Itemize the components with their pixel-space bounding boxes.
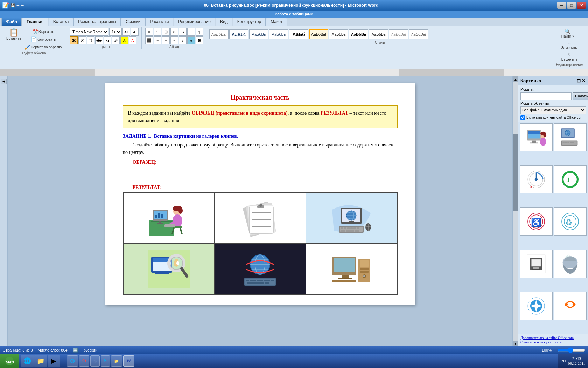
tab-mailings[interactable]: Рассылки [145, 18, 173, 26]
subscript-button[interactable]: x₂ [104, 36, 111, 44]
clipart-search-button[interactable]: Начать [573, 92, 588, 100]
clipart-thumb-4[interactable]: i [554, 165, 587, 193]
numbering-button[interactable]: 1. [154, 28, 161, 36]
taskbar-explorer-icon[interactable]: 📁 [34, 355, 47, 367]
align-right-button[interactable]: ≡ [162, 36, 170, 44]
clipart-thumb-10[interactable] [554, 292, 587, 320]
tab-layout2[interactable]: Макет [266, 18, 287, 26]
quick-access[interactable]: 💾 ↩ ↪ [10, 3, 24, 8]
tab-view[interactable]: Вид [216, 18, 232, 26]
highlight-button[interactable]: A [120, 36, 128, 44]
selection-marker[interactable]: ◀ [1, 79, 7, 84]
style-heading3[interactable]: АаБбВв [269, 29, 288, 39]
show-formatting-button[interactable]: ¶ [196, 28, 203, 36]
clipart-thumb-9[interactable] [520, 292, 553, 320]
align-center-button[interactable]: ≡ [154, 36, 161, 44]
style-highlighted[interactable]: АаБбВвI [209, 29, 229, 39]
select-button[interactable]: ↖ Выделить [560, 51, 579, 62]
multilevel-list-button[interactable]: ⊞ [162, 28, 170, 36]
font-grow-button[interactable]: A+ [122, 28, 130, 36]
taskbar-app-skype[interactable]: S [101, 355, 110, 367]
superscript-button[interactable]: x² [112, 36, 120, 44]
search-row: Начать [520, 92, 586, 100]
minimize-button[interactable]: ─ [557, 2, 566, 9]
cut-button[interactable]: ✂️ Вырезать [23, 28, 63, 35]
taskbar-app-explorer[interactable]: 📁 [111, 355, 122, 367]
replace-button[interactable]: ↔ Заменить [560, 40, 579, 50]
taskbar-app-word[interactable]: W [123, 355, 134, 367]
style-subtle-em[interactable]: АаБбВвI [389, 29, 408, 39]
table-cell-4 [123, 244, 215, 294]
zoom-slider[interactable] [557, 348, 585, 353]
tab-refs[interactable]: Ссылки [121, 18, 145, 26]
spell-check-icon[interactable]: 🔤 [73, 348, 78, 353]
bullets-button[interactable]: ≡ [145, 28, 153, 36]
style-no-spacing[interactable]: АаБбВв [369, 29, 388, 39]
office-link[interactable]: Дополнительно на сайте Office.com [520, 336, 586, 340]
font-name-select[interactable]: Times New Roman [70, 28, 108, 36]
tab-insert[interactable]: Вставка [49, 18, 74, 26]
clipart-thumb-7[interactable] [520, 250, 553, 278]
sort-button[interactable]: ↕ [187, 28, 195, 36]
clipart-thumb-3[interactable]: ✈ [520, 165, 553, 193]
font-color-button[interactable]: A [129, 36, 136, 44]
scroll-thumb[interactable] [513, 134, 518, 211]
clipart-thumb-2[interactable] [554, 123, 587, 151]
taskbar-app-ie[interactable]: 🌐 [67, 355, 78, 367]
italic-button[interactable]: К [78, 36, 86, 44]
panel-detach-button[interactable]: ⊟ [577, 78, 581, 83]
find-button[interactable]: 🔍 Найти ▾ [560, 28, 575, 39]
tab-file[interactable]: Файл [1, 18, 22, 26]
justify-button[interactable]: ≡ [170, 36, 178, 44]
paste-button[interactable]: 📋 Вставить [5, 28, 22, 41]
start-button[interactable]: Start [0, 354, 19, 368]
tab-layout[interactable]: Разметка страницы [74, 18, 121, 26]
tab-constructor[interactable]: Конструктор [233, 18, 266, 26]
svg-line-21 [180, 228, 182, 234]
close-button[interactable]: ✕ [577, 2, 586, 9]
clipart-thumb-6[interactable]: ♻ [554, 207, 587, 236]
font-shrink-button[interactable]: A- [131, 28, 139, 36]
tab-home[interactable]: Главная [22, 18, 48, 26]
clipart-thumb-5[interactable]: ♿ [520, 207, 553, 236]
style-heading2[interactable]: АаБбВв [249, 29, 268, 39]
scroll-down-arrow[interactable]: ▼ [513, 341, 518, 346]
style-heading1[interactable]: АаБб1 [229, 29, 248, 39]
search-tips-link[interactable]: Советы по поиску картинок [520, 340, 586, 344]
underline-button[interactable]: Ч [87, 36, 94, 44]
document-area[interactable]: Практическая часть В каждом задании вы н… [8, 76, 512, 346]
taskbar-app-opera[interactable]: O [79, 355, 89, 367]
style-title[interactable]: АаБб [289, 29, 308, 39]
strikethrough-button[interactable]: abe [95, 36, 103, 44]
clipart-thumb-8[interactable] [554, 250, 587, 278]
style-subtitle[interactable]: АаБбВв [329, 29, 348, 39]
tab-review[interactable]: Рецензирование [174, 18, 215, 26]
clipart-search-input[interactable] [520, 92, 572, 100]
panel-close-button[interactable]: ✕ [582, 78, 586, 83]
svg-rect-86 [252, 282, 264, 284]
borders-button[interactable]: ⊞ [196, 36, 203, 44]
align-left-button[interactable]: ⬛ [145, 36, 153, 44]
style-strong[interactable]: АаБбВв [349, 29, 368, 39]
scroll-up-arrow[interactable]: ▲ [513, 76, 518, 82]
style-strong-em[interactable]: АаБбВвI [409, 29, 428, 39]
copy-button[interactable]: 📄 Копировать [23, 36, 63, 43]
taskbar-media-icon[interactable]: ▶ [48, 355, 60, 367]
decrease-indent-button[interactable]: ⇤ [170, 28, 178, 36]
style-normal[interactable]: АаБбВвI [309, 29, 328, 39]
svg-rect-22 [164, 224, 175, 227]
bold-button[interactable]: Ж [70, 36, 78, 44]
increase-indent-button[interactable]: ⇥ [179, 28, 187, 36]
taskbar-ie-icon[interactable]: 🌐 [21, 355, 34, 367]
svg-rect-87 [265, 282, 269, 284]
clipart-thumb-1[interactable] [520, 123, 553, 151]
shading-button[interactable]: A [187, 36, 195, 44]
line-spacing-button[interactable]: ↕ [179, 36, 187, 44]
format-painter-button[interactable]: 🖌️ Формат по образцу [23, 43, 63, 50]
maximize-button[interactable]: □ [567, 2, 576, 9]
include-office-checkbox[interactable] [520, 115, 525, 120]
font-size-select[interactable]: 14 [109, 28, 122, 36]
search-in-select[interactable]: Все файлы мультимедиа [520, 106, 586, 114]
svg-text:♿: ♿ [531, 218, 541, 228]
taskbar-app-chrome[interactable]: ⊙ [90, 355, 100, 367]
